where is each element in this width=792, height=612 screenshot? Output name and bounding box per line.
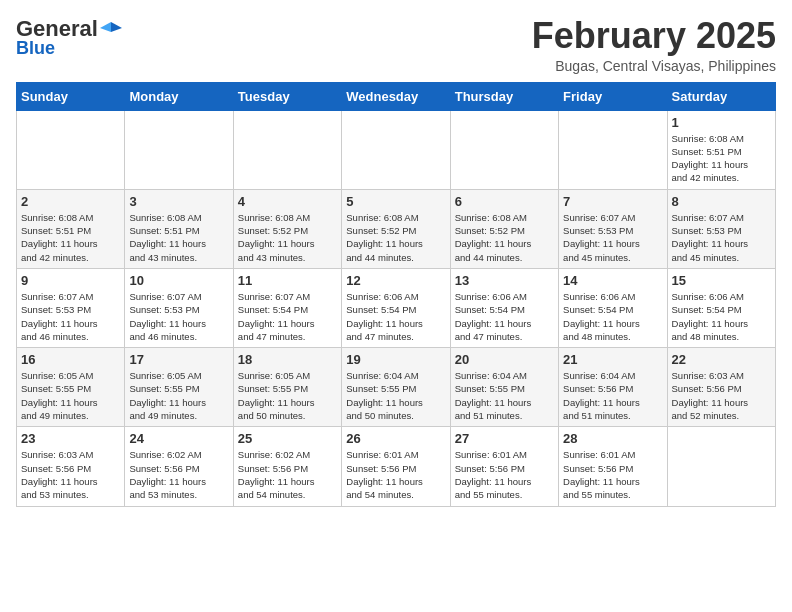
svg-marker-0: [111, 22, 122, 32]
logo: General Blue: [16, 16, 122, 59]
calendar-cell: 4Sunrise: 6:08 AM Sunset: 5:52 PM Daylig…: [233, 189, 341, 268]
page-header: General Blue February 2025 Bugas, Centra…: [16, 16, 776, 74]
weekday-header-monday: Monday: [125, 82, 233, 110]
day-info: Sunrise: 6:06 AM Sunset: 5:54 PM Dayligh…: [672, 290, 771, 343]
day-number: 27: [455, 431, 554, 446]
day-number: 5: [346, 194, 445, 209]
day-info: Sunrise: 6:05 AM Sunset: 5:55 PM Dayligh…: [129, 369, 228, 422]
month-title: February 2025: [532, 16, 776, 56]
day-info: Sunrise: 6:05 AM Sunset: 5:55 PM Dayligh…: [21, 369, 120, 422]
day-info: Sunrise: 6:08 AM Sunset: 5:51 PM Dayligh…: [672, 132, 771, 185]
day-info: Sunrise: 6:04 AM Sunset: 5:55 PM Dayligh…: [455, 369, 554, 422]
day-number: 10: [129, 273, 228, 288]
calendar-week-row: 1Sunrise: 6:08 AM Sunset: 5:51 PM Daylig…: [17, 110, 776, 189]
weekday-header-row: SundayMondayTuesdayWednesdayThursdayFrid…: [17, 82, 776, 110]
calendar-cell: [125, 110, 233, 189]
calendar-cell: [559, 110, 667, 189]
day-number: 9: [21, 273, 120, 288]
day-info: Sunrise: 6:06 AM Sunset: 5:54 PM Dayligh…: [346, 290, 445, 343]
calendar-cell: [233, 110, 341, 189]
calendar-cell: [17, 110, 125, 189]
calendar-cell: 17Sunrise: 6:05 AM Sunset: 5:55 PM Dayli…: [125, 348, 233, 427]
day-info: Sunrise: 6:08 AM Sunset: 5:51 PM Dayligh…: [129, 211, 228, 264]
calendar-cell: [342, 110, 450, 189]
calendar-cell: 1Sunrise: 6:08 AM Sunset: 5:51 PM Daylig…: [667, 110, 775, 189]
day-info: Sunrise: 6:07 AM Sunset: 5:53 PM Dayligh…: [21, 290, 120, 343]
day-number: 7: [563, 194, 662, 209]
day-info: Sunrise: 6:07 AM Sunset: 5:53 PM Dayligh…: [563, 211, 662, 264]
day-number: 12: [346, 273, 445, 288]
day-number: 21: [563, 352, 662, 367]
calendar-cell: 16Sunrise: 6:05 AM Sunset: 5:55 PM Dayli…: [17, 348, 125, 427]
calendar-cell: [450, 110, 558, 189]
day-info: Sunrise: 6:05 AM Sunset: 5:55 PM Dayligh…: [238, 369, 337, 422]
calendar-cell: 2Sunrise: 6:08 AM Sunset: 5:51 PM Daylig…: [17, 189, 125, 268]
day-number: 24: [129, 431, 228, 446]
calendar-cell: 15Sunrise: 6:06 AM Sunset: 5:54 PM Dayli…: [667, 268, 775, 347]
calendar-cell: 21Sunrise: 6:04 AM Sunset: 5:56 PM Dayli…: [559, 348, 667, 427]
calendar-cell: 7Sunrise: 6:07 AM Sunset: 5:53 PM Daylig…: [559, 189, 667, 268]
day-number: 3: [129, 194, 228, 209]
calendar-cell: 9Sunrise: 6:07 AM Sunset: 5:53 PM Daylig…: [17, 268, 125, 347]
day-number: 1: [672, 115, 771, 130]
calendar-cell: [667, 427, 775, 506]
calendar-week-row: 16Sunrise: 6:05 AM Sunset: 5:55 PM Dayli…: [17, 348, 776, 427]
day-info: Sunrise: 6:06 AM Sunset: 5:54 PM Dayligh…: [455, 290, 554, 343]
svg-marker-1: [100, 22, 111, 32]
calendar-cell: 19Sunrise: 6:04 AM Sunset: 5:55 PM Dayli…: [342, 348, 450, 427]
day-info: Sunrise: 6:07 AM Sunset: 5:54 PM Dayligh…: [238, 290, 337, 343]
calendar-header: SundayMondayTuesdayWednesdayThursdayFrid…: [17, 82, 776, 110]
calendar-cell: 27Sunrise: 6:01 AM Sunset: 5:56 PM Dayli…: [450, 427, 558, 506]
calendar-cell: 22Sunrise: 6:03 AM Sunset: 5:56 PM Dayli…: [667, 348, 775, 427]
calendar-cell: 26Sunrise: 6:01 AM Sunset: 5:56 PM Dayli…: [342, 427, 450, 506]
day-number: 25: [238, 431, 337, 446]
weekday-header-saturday: Saturday: [667, 82, 775, 110]
logo-blue-text: Blue: [16, 38, 55, 59]
day-number: 26: [346, 431, 445, 446]
logo-bird-icon: [100, 18, 122, 40]
weekday-header-tuesday: Tuesday: [233, 82, 341, 110]
calendar-cell: 6Sunrise: 6:08 AM Sunset: 5:52 PM Daylig…: [450, 189, 558, 268]
calendar-week-row: 23Sunrise: 6:03 AM Sunset: 5:56 PM Dayli…: [17, 427, 776, 506]
day-number: 14: [563, 273, 662, 288]
day-number: 20: [455, 352, 554, 367]
calendar-cell: 3Sunrise: 6:08 AM Sunset: 5:51 PM Daylig…: [125, 189, 233, 268]
day-info: Sunrise: 6:02 AM Sunset: 5:56 PM Dayligh…: [129, 448, 228, 501]
day-number: 2: [21, 194, 120, 209]
day-info: Sunrise: 6:01 AM Sunset: 5:56 PM Dayligh…: [455, 448, 554, 501]
weekday-header-sunday: Sunday: [17, 82, 125, 110]
day-number: 6: [455, 194, 554, 209]
calendar-cell: 5Sunrise: 6:08 AM Sunset: 5:52 PM Daylig…: [342, 189, 450, 268]
day-info: Sunrise: 6:07 AM Sunset: 5:53 PM Dayligh…: [129, 290, 228, 343]
day-info: Sunrise: 6:08 AM Sunset: 5:52 PM Dayligh…: [455, 211, 554, 264]
calendar-cell: 8Sunrise: 6:07 AM Sunset: 5:53 PM Daylig…: [667, 189, 775, 268]
day-number: 11: [238, 273, 337, 288]
day-number: 28: [563, 431, 662, 446]
calendar-cell: 18Sunrise: 6:05 AM Sunset: 5:55 PM Dayli…: [233, 348, 341, 427]
calendar-cell: 23Sunrise: 6:03 AM Sunset: 5:56 PM Dayli…: [17, 427, 125, 506]
day-info: Sunrise: 6:04 AM Sunset: 5:56 PM Dayligh…: [563, 369, 662, 422]
day-number: 19: [346, 352, 445, 367]
day-number: 15: [672, 273, 771, 288]
day-number: 8: [672, 194, 771, 209]
day-number: 18: [238, 352, 337, 367]
weekday-header-friday: Friday: [559, 82, 667, 110]
day-number: 4: [238, 194, 337, 209]
calendar-body: 1Sunrise: 6:08 AM Sunset: 5:51 PM Daylig…: [17, 110, 776, 506]
day-info: Sunrise: 6:08 AM Sunset: 5:52 PM Dayligh…: [346, 211, 445, 264]
day-number: 13: [455, 273, 554, 288]
day-info: Sunrise: 6:08 AM Sunset: 5:51 PM Dayligh…: [21, 211, 120, 264]
day-info: Sunrise: 6:04 AM Sunset: 5:55 PM Dayligh…: [346, 369, 445, 422]
calendar-cell: 20Sunrise: 6:04 AM Sunset: 5:55 PM Dayli…: [450, 348, 558, 427]
day-info: Sunrise: 6:02 AM Sunset: 5:56 PM Dayligh…: [238, 448, 337, 501]
calendar-cell: 12Sunrise: 6:06 AM Sunset: 5:54 PM Dayli…: [342, 268, 450, 347]
day-number: 23: [21, 431, 120, 446]
calendar-cell: 10Sunrise: 6:07 AM Sunset: 5:53 PM Dayli…: [125, 268, 233, 347]
day-info: Sunrise: 6:08 AM Sunset: 5:52 PM Dayligh…: [238, 211, 337, 264]
day-info: Sunrise: 6:07 AM Sunset: 5:53 PM Dayligh…: [672, 211, 771, 264]
calendar-cell: 24Sunrise: 6:02 AM Sunset: 5:56 PM Dayli…: [125, 427, 233, 506]
day-info: Sunrise: 6:06 AM Sunset: 5:54 PM Dayligh…: [563, 290, 662, 343]
day-number: 16: [21, 352, 120, 367]
calendar-cell: 25Sunrise: 6:02 AM Sunset: 5:56 PM Dayli…: [233, 427, 341, 506]
calendar-week-row: 2Sunrise: 6:08 AM Sunset: 5:51 PM Daylig…: [17, 189, 776, 268]
